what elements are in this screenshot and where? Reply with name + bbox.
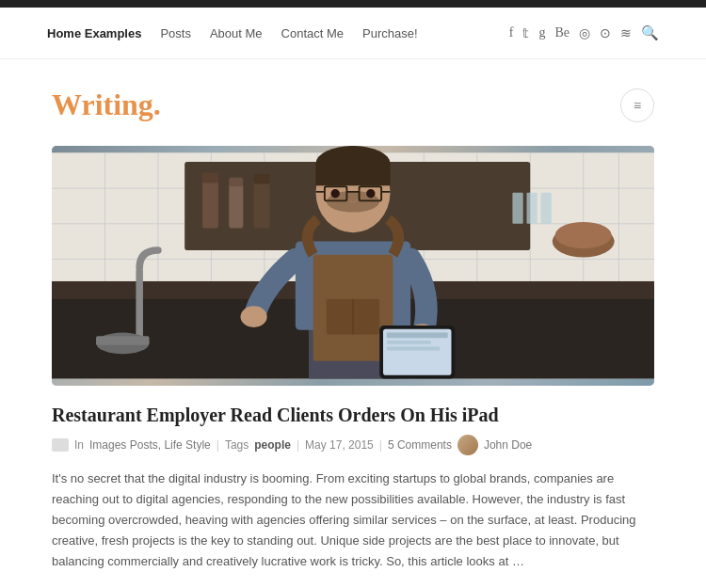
svg-rect-23 (512, 193, 522, 224)
page-title-text: Writing (52, 87, 153, 121)
instagram-icon[interactable]: ⊙ (600, 25, 611, 41)
circle-icon[interactable]: ◎ (579, 25, 590, 41)
nav-item-posts[interactable]: Posts (160, 26, 191, 40)
nav-left: Home Examples Posts About Me Contact Me … (47, 26, 418, 40)
tags-label: Tags (225, 438, 249, 452)
nav-right: f 𝕥 g Be ◎ ⊙ ≋ 🔍 (509, 24, 659, 41)
svg-rect-25 (541, 193, 552, 224)
post-categories[interactable]: Images Posts, Life Style (89, 438, 211, 452)
post-date: May 17, 2015 (305, 438, 374, 452)
featured-image (52, 146, 654, 386)
author-name[interactable]: John Doe (484, 438, 532, 452)
meta-separator-1: | (217, 438, 219, 452)
layout-toggle-button[interactable]: ≡ (620, 88, 654, 122)
page-title-dot: . (153, 87, 161, 121)
main-content: Writing. ≡ (33, 59, 673, 588)
svg-rect-21 (254, 182, 270, 229)
navigation: Home Examples Posts About Me Contact Me … (0, 8, 706, 59)
svg-rect-24 (526, 193, 537, 224)
svg-rect-53 (387, 347, 440, 351)
post-excerpt: It's no secret that the digital industry… (52, 469, 654, 572)
nav-item-purchase[interactable]: Purchase! (362, 26, 418, 40)
googleplus-icon[interactable]: g (538, 25, 545, 40)
twitter-icon[interactable]: 𝕥 (522, 25, 529, 41)
svg-rect-22 (254, 174, 270, 183)
post-comments[interactable]: 5 Comments (388, 438, 452, 452)
in-label: In (74, 438, 84, 452)
svg-point-47 (240, 306, 266, 327)
svg-point-27 (555, 222, 612, 248)
page-title: Writing. (52, 87, 161, 122)
svg-rect-19 (229, 183, 243, 228)
svg-rect-17 (202, 180, 218, 229)
svg-rect-51 (387, 333, 448, 339)
svg-point-45 (330, 189, 339, 198)
featured-image-inner (52, 146, 654, 386)
svg-point-46 (366, 189, 375, 198)
meta-separator-3: | (379, 438, 382, 452)
facebook-icon[interactable]: f (509, 25, 514, 40)
page-title-wrap: Writing. ≡ (52, 87, 654, 122)
nav-item-about[interactable]: About Me (210, 26, 263, 40)
post-meta: In Images Posts, Life Style | Tags peopl… (52, 435, 654, 455)
nav-item-home[interactable]: Home Examples (47, 26, 141, 40)
svg-rect-56 (96, 336, 149, 344)
rss-icon[interactable]: ≋ (620, 25, 632, 41)
svg-rect-18 (202, 172, 218, 183)
post-category-icon (52, 438, 69, 452)
meta-separator-2: | (297, 438, 299, 452)
svg-rect-20 (229, 178, 243, 186)
featured-image-svg (52, 146, 654, 386)
behance-icon[interactable]: Be (554, 25, 570, 40)
search-icon[interactable]: 🔍 (641, 24, 659, 41)
svg-rect-52 (387, 341, 431, 344)
author-avatar (457, 435, 478, 455)
post-title[interactable]: Restaurant Employer Read Clients Orders … (52, 403, 654, 427)
svg-rect-38 (315, 164, 390, 186)
nav-item-contact[interactable]: Contact Me (281, 26, 344, 40)
post-tags[interactable]: people (254, 438, 291, 452)
top-bar (0, 0, 706, 8)
svg-rect-54 (136, 268, 143, 339)
